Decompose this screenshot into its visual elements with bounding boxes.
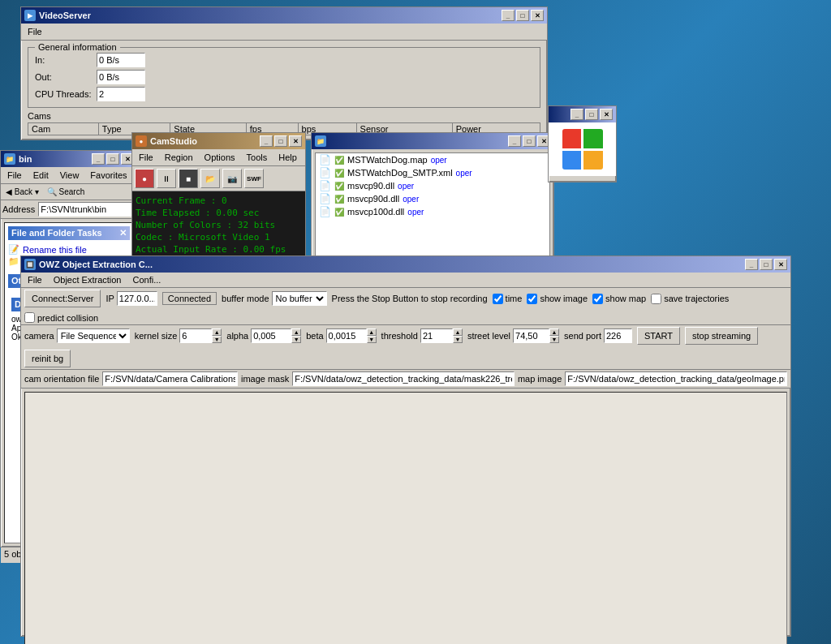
beta-down[interactable]: ▼ (367, 336, 377, 343)
cs-menu-region[interactable]: Region (160, 151, 198, 164)
file-action-1[interactable]: oper (431, 156, 447, 165)
logo-close[interactable]: ✕ (600, 109, 613, 120)
street-level-input[interactable] (513, 328, 549, 343)
cs-minimize[interactable]: _ (260, 135, 273, 147)
alpha-up[interactable]: ▲ (291, 328, 301, 336)
bin-titlebar[interactable]: 📁 bin _ □ ✕ (1, 151, 137, 167)
owz-close[interactable]: ✕ (774, 259, 787, 270)
show-map-checkbox[interactable] (592, 294, 603, 304)
threshold-up[interactable]: ▲ (453, 328, 463, 336)
logo-titlebar[interactable]: _ □ ✕ (549, 106, 616, 122)
image-mask-label: image mask (241, 374, 289, 384)
file-row-4[interactable]: 📄 ✅ msvcp90d.dll oper (316, 192, 549, 205)
record-button[interactable]: ● (135, 169, 154, 188)
kernel-input[interactable] (179, 328, 212, 343)
camstudio-icon: ● (136, 135, 147, 147)
stop-button[interactable]: ■ (179, 169, 198, 188)
connect-server-button[interactable]: Connect:Server (24, 290, 101, 307)
map-image-input[interactable] (565, 371, 787, 386)
close-button[interactable]: ✕ (531, 10, 544, 21)
cs-menu-help[interactable]: Help (273, 151, 302, 164)
rename-task[interactable]: 📝 Rename this file (8, 243, 130, 255)
alpha-input[interactable] (251, 328, 291, 343)
threshold-down[interactable]: ▼ (453, 336, 463, 343)
street-down[interactable]: ▼ (549, 336, 559, 343)
video-server-titlebar[interactable]: ▶ VideoServer _ □ ✕ (21, 7, 547, 24)
file-list-icon: 📁 (315, 135, 326, 147)
cs-menu-options[interactable]: Options (200, 151, 240, 164)
cs-menu-tools[interactable]: Tools (242, 151, 273, 164)
save-traj-checkbox[interactable] (651, 294, 661, 304)
cs-menu-file[interactable]: File (134, 151, 158, 164)
out-value[interactable] (97, 70, 145, 84)
send-port-input[interactable] (604, 328, 632, 343)
menu-file[interactable]: File (23, 25, 47, 38)
camstudio-titlebar[interactable]: ● CamStudio _ □ ✕ (132, 133, 305, 149)
start-button[interactable]: START (637, 327, 680, 345)
threshold-input[interactable] (420, 328, 453, 343)
in-value[interactable] (97, 53, 145, 67)
camera-label: camera (24, 331, 54, 341)
stop-streaming-button[interactable]: stop streaming (685, 327, 758, 345)
image-mask-input[interactable] (292, 371, 515, 386)
fl-minimize[interactable]: _ (508, 135, 521, 147)
kernel-up[interactable]: ▲ (212, 328, 222, 336)
minimize-button[interactable]: _ (502, 10, 515, 21)
file-action-5[interactable]: oper (407, 208, 424, 217)
file-action-2[interactable]: oper (456, 169, 472, 178)
bin-menu-favorites[interactable]: Favorites (85, 169, 131, 182)
bin-minimize[interactable]: _ (92, 153, 105, 165)
file-row-5[interactable]: 📄 ✅ msvcp100d.dll oper (316, 205, 549, 218)
logo-minimize[interactable]: _ (571, 109, 583, 120)
camera-button[interactable]: 📷 (222, 169, 242, 188)
owz-maximize[interactable]: □ (760, 259, 773, 270)
logo-maximize[interactable]: □ (585, 109, 598, 120)
reinit-bg-button[interactable]: reinit bg (24, 350, 71, 367)
back-button[interactable]: ◀ Back ▾ (2, 186, 42, 198)
bin-window-buttons: _ □ ✕ (92, 153, 134, 165)
beta-input[interactable] (326, 328, 367, 343)
file-action-3[interactable]: oper (398, 182, 414, 191)
ip-input[interactable] (117, 291, 157, 306)
open-folder-button[interactable]: 📂 (200, 169, 220, 188)
out-row: Out: (35, 70, 533, 84)
maximize-button[interactable]: □ (516, 10, 529, 21)
alpha-down[interactable]: ▼ (291, 336, 301, 343)
file-list-titlebar[interactable]: 📁 _ □ ✕ (312, 133, 553, 149)
bin-maximize[interactable]: □ (106, 153, 119, 165)
cs-maximize[interactable]: □ (274, 135, 287, 147)
cpu-value[interactable] (97, 87, 145, 101)
beta-up[interactable]: ▲ (367, 328, 377, 336)
camera-select[interactable]: File Sequence (57, 328, 130, 343)
swf-button[interactable]: SWF (244, 169, 264, 188)
owz-minimize[interactable]: _ (745, 259, 758, 270)
show-image-checkbox[interactable] (527, 294, 537, 304)
win-logo-window: _ □ ✕ (548, 105, 617, 182)
fl-maximize[interactable]: □ (523, 135, 536, 147)
file-action-4[interactable]: oper (403, 195, 419, 204)
file-row-3[interactable]: 📄 ✅ msvcp90.dll oper (316, 179, 549, 192)
buffer-select[interactable]: No buffer (272, 291, 327, 306)
time-checkbox[interactable] (493, 294, 503, 304)
pause-button[interactable]: ⏸ (157, 169, 176, 188)
cam-orient-input[interactable] (102, 371, 238, 386)
beta-group: beta ▲ ▼ (306, 328, 376, 343)
camstudio-title: CamStudio (150, 136, 197, 146)
owz-titlebar[interactable]: 🔲 OWZ Object Extraction C... _ □ ✕ (21, 256, 790, 273)
kernel-down[interactable]: ▼ (212, 336, 222, 343)
bin-menu-view[interactable]: View (55, 169, 84, 182)
bin-menu-file[interactable]: File (2, 169, 27, 182)
tasks-toggle[interactable]: ✕ (119, 228, 127, 238)
predict-checkbox[interactable] (24, 312, 35, 323)
cs-close[interactable]: ✕ (289, 135, 302, 147)
owz-menu-file[interactable]: File (23, 273, 47, 286)
owz-menu-extraction[interactable]: Object Extraction (49, 273, 127, 286)
search-button[interactable]: 🔍 Search (44, 186, 88, 198)
street-up[interactable]: ▲ (549, 328, 559, 336)
stop-btn-group: Press the Stop Button to stop recording (332, 294, 488, 303)
file-row-2[interactable]: 📄 ✅ MSTWatchDog_SMTP.xml oper (316, 166, 549, 179)
bin-menu-edit[interactable]: Edit (28, 169, 54, 182)
time-elapsed: Time Elapsed : 0.00 sec (136, 207, 302, 219)
file-row-1[interactable]: 📄 ✅ MSTWatchDog.map oper (316, 153, 549, 166)
owz-menu-config[interactable]: Confi... (128, 273, 166, 286)
